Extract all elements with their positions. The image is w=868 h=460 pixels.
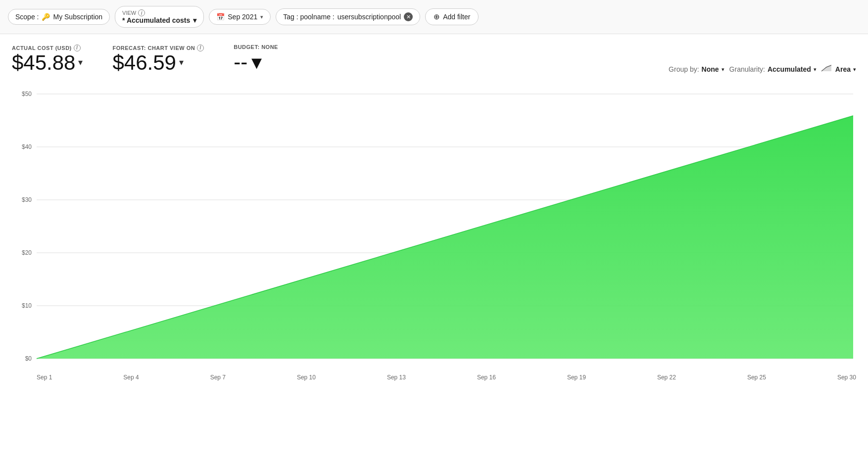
budget-block: BUDGET: NONE -- ▾	[234, 44, 278, 74]
x-label-sep19: Sep 19	[567, 374, 586, 381]
forecast-block: FORECAST: CHART VIEW ON i $46.59 ▾	[112, 45, 204, 74]
budget-value[interactable]: -- ▾	[234, 50, 278, 74]
chart-type-dropdown[interactable]: Area ▾	[821, 64, 856, 74]
x-label-sep22: Sep 22	[657, 374, 676, 381]
forecast-info-icon[interactable]: i	[197, 45, 204, 51]
x-label-sep1: Sep 1	[37, 374, 52, 381]
svg-text:$20: $20	[22, 249, 32, 256]
tag-prefix: Tag : poolname :	[283, 13, 335, 21]
forecast-label: FORECAST: CHART VIEW ON i	[112, 45, 204, 51]
x-label-sep4: Sep 4	[123, 374, 139, 381]
budget-label: BUDGET: NONE	[234, 44, 278, 50]
area-chart-icon	[821, 64, 831, 74]
calendar-icon: 📅	[216, 13, 225, 21]
view-info-icon[interactable]: i	[138, 9, 145, 16]
chart-container: $50 $40 $30 $20 $10 $0 Sep 1 Se	[12, 79, 856, 381]
add-filter-label: Add filter	[443, 13, 470, 21]
area-chart-svg: $50 $40 $30 $20 $10 $0	[12, 79, 856, 381]
x-label-sep13: Sep 13	[387, 374, 406, 381]
group-by-chevron-icon: ▾	[722, 66, 724, 73]
actual-cost-value[interactable]: $45.88 ▾	[12, 51, 83, 74]
scope-value: My Subscription	[53, 13, 102, 21]
add-filter-icon: ⊕	[434, 12, 440, 21]
chart-type-value: Area	[835, 65, 851, 73]
svg-text:$0: $0	[25, 355, 32, 362]
actual-cost-info-icon[interactable]: i	[74, 45, 81, 51]
x-label-sep7: Sep 7	[210, 374, 226, 381]
svg-text:$40: $40	[22, 143, 32, 150]
tag-filter-button[interactable]: Tag : poolname : usersubscriptionpool ✕	[276, 8, 420, 25]
chart-area: $50 $40 $30 $20 $10 $0 Sep 1 Se	[12, 79, 856, 381]
scope-button[interactable]: Scope : 🔑 My Subscription	[8, 9, 110, 25]
x-label-sep10: Sep 10	[297, 374, 316, 381]
date-value: Sep 2021	[228, 13, 257, 21]
date-button[interactable]: 📅 Sep 2021 ▾	[209, 9, 271, 25]
add-filter-button[interactable]: ⊕ Add filter	[425, 8, 479, 25]
x-label-sep30: Sep 30	[837, 374, 856, 381]
forecast-value[interactable]: $46.59 ▾	[112, 51, 204, 74]
forecast-chevron-icon: ▾	[179, 58, 184, 68]
top-bar: Scope : 🔑 My Subscription VIEW i * Accum…	[0, 0, 868, 34]
actual-cost-block: ACTUAL COST (USD) i $45.88 ▾	[12, 45, 83, 74]
svg-text:$10: $10	[22, 302, 32, 309]
x-label-sep16: Sep 16	[477, 374, 496, 381]
scope-prefix: Scope :	[15, 13, 39, 21]
tag-remove-icon[interactable]: ✕	[404, 12, 413, 21]
view-button[interactable]: VIEW i * Accumulated costs ▾	[115, 6, 204, 28]
svg-text:$30: $30	[22, 196, 32, 203]
metrics-row: ACTUAL COST (USD) i $45.88 ▾ FORECAST: C…	[0, 34, 868, 79]
svg-text:$50: $50	[22, 91, 32, 97]
scope-key-icon: 🔑	[42, 13, 50, 21]
view-label-row: VIEW i	[122, 9, 145, 16]
x-axis-labels: Sep 1 Sep 4 Sep 7 Sep 10 Sep 13 Sep 16 S…	[37, 372, 856, 381]
chart-controls: Group by: None ▾ Granularity: Accumulate…	[669, 64, 856, 74]
group-by-label: Group by:	[669, 65, 699, 73]
granularity-chevron-icon: ▾	[814, 66, 817, 73]
x-label-sep25: Sep 25	[747, 374, 766, 381]
granularity-value: Accumulated	[768, 65, 811, 73]
tag-value: usersubscriptionpool	[338, 13, 401, 21]
group-by-value: None	[702, 65, 719, 73]
chart-type-chevron-icon: ▾	[853, 66, 856, 73]
granularity-label: Granularity:	[729, 65, 765, 73]
view-value-row: * Accumulated costs ▾	[122, 16, 196, 24]
actual-cost-chevron-icon: ▾	[78, 58, 83, 68]
granularity-dropdown[interactable]: Granularity: Accumulated ▾	[729, 65, 817, 73]
group-by-dropdown[interactable]: Group by: None ▾	[669, 65, 724, 73]
actual-cost-label: ACTUAL COST (USD) i	[12, 45, 83, 51]
budget-chevron-icon: ▾	[251, 50, 262, 74]
date-chevron-icon: ▾	[260, 14, 263, 20]
view-chevron-icon: ▾	[193, 16, 196, 24]
svg-marker-0	[821, 65, 831, 71]
